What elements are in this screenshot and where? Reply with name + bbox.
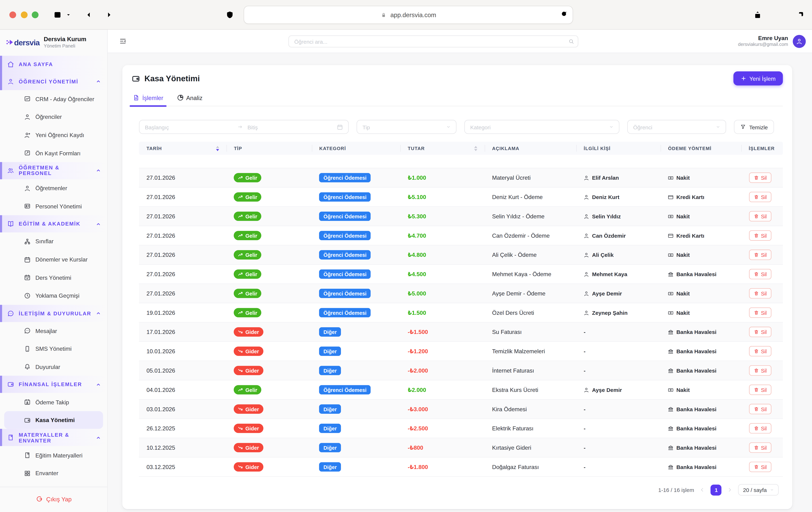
close-window-button[interactable] <box>9 11 16 18</box>
column-tarih[interactable]: TARİH <box>139 142 227 155</box>
type-badge: Gelir <box>234 212 261 221</box>
delete-button[interactable]: Sil <box>749 172 772 183</box>
sidebar-item-d-nemler-ve-kurslar[interactable]: Dönemler ve Kurslar <box>0 250 108 269</box>
delete-button[interactable]: Sil <box>749 269 772 279</box>
browser-chrome: app.dersvia.com <box>0 0 812 30</box>
cell-description: Materyal Ücreti <box>485 174 576 181</box>
delete-button[interactable]: Sil <box>749 346 772 356</box>
type-badge: Gelir <box>234 250 261 260</box>
student-select[interactable]: Öğrenci <box>628 120 726 134</box>
logout-button[interactable]: Çıkış Yap <box>33 495 75 503</box>
cell-amount: ₺5.100 <box>401 194 485 200</box>
delete-button[interactable]: Sil <box>749 384 772 395</box>
tabs: İşlemler Analiz <box>132 94 783 106</box>
browser-window: app.dersvia.com dersvia Dersvia Kurum Yö… <box>0 0 812 512</box>
calendar-icon <box>337 124 343 130</box>
delete-button[interactable]: Sil <box>749 423 772 434</box>
user-menu[interactable]: Emre Uyan dersviakurs@gmail.com <box>738 35 812 48</box>
cell-date: 17.01.2026 <box>139 329 227 335</box>
sidebar-item-personel-y-netimi[interactable]: Personel Yönetimi <box>0 197 108 215</box>
sidebar-item-mesajlar[interactable]: Mesajlar <box>0 322 108 340</box>
chevron-down-icon <box>609 125 614 129</box>
delete-button[interactable]: Sil <box>749 211 772 222</box>
sidebar-item-e-itim-materyalleri[interactable]: Eğitim Materyalleri <box>0 446 108 464</box>
cell-payment-method: Banka Havalesi <box>661 425 742 431</box>
sidebar-section-materyaller-envanter[interactable]: MATERYALLER & ENVANTER <box>0 429 108 446</box>
cell-payment-method: Banka Havalesi <box>661 271 742 277</box>
forward-button[interactable] <box>105 11 113 19</box>
next-page-icon[interactable] <box>727 487 733 492</box>
sidebar: dersvia Dersvia Kurum Yönetim Paneli ANA… <box>0 30 108 512</box>
page-number-active[interactable]: 1 <box>711 484 722 495</box>
minimize-window-button[interactable] <box>21 11 27 18</box>
sidebar-section-e-i-ti-m-akademi-k[interactable]: EĞİTİM & AKADEMİK <box>0 215 108 233</box>
sidebar-section-retmen-personel[interactable]: ÖĞRETMEN & PERSONEL <box>0 162 108 179</box>
cell-payment-method: Banka Havalesi <box>661 444 742 451</box>
sidebar-item-kasa-y-netimi[interactable]: Kasa Yönetimi <box>4 411 103 429</box>
chevron-down-icon[interactable] <box>66 12 71 18</box>
sidebar-item-sms-y-netimi[interactable]: SMS Yönetimi <box>0 340 108 358</box>
clear-filters-button[interactable]: Temizle <box>734 120 774 134</box>
delete-button[interactable]: Sil <box>749 250 772 260</box>
zoom-window-button[interactable] <box>32 11 38 18</box>
sidebar-toggle-button[interactable] <box>53 10 62 19</box>
sidebar-item-n-kay-t-formlar[interactable]: Ön Kayıt Formları <box>0 144 108 162</box>
new-transaction-button[interactable]: Yeni İşlem <box>733 71 783 85</box>
sidebar-item-envanter[interactable]: Envanter <box>0 464 108 482</box>
chart-icon <box>24 96 31 102</box>
cell-date: 27.01.2026 <box>139 213 227 219</box>
pagination-total: 1-16 / 16 işlem <box>658 487 694 493</box>
sidebar-section-ana-sayfa[interactable]: ANA SAYFA <box>0 55 108 73</box>
sidebar-item-renciler[interactable]: Öğrenciler <box>0 108 108 126</box>
privacy-shield-icon[interactable] <box>225 10 234 19</box>
sidebar-section-fi-nansal-i-lemler[interactable]: FİNANSAL İŞLEMLER <box>0 376 108 393</box>
delete-button[interactable]: Sil <box>749 366 772 376</box>
avatar[interactable] <box>793 35 806 48</box>
tab-islemler[interactable]: İşlemler <box>133 94 163 106</box>
address-bar[interactable]: app.dersvia.com <box>243 6 573 24</box>
prev-page-icon[interactable] <box>700 487 705 492</box>
delete-button[interactable]: Sil <box>749 404 772 414</box>
sidebar-section-i-leti-i-m-duyurular[interactable]: İLETİŞİM & DUYURULAR <box>0 304 108 322</box>
column-islemler: İŞLEMLER <box>742 142 783 155</box>
sidebar-item-duyurular[interactable]: Duyurular <box>0 358 108 376</box>
menu-fold-icon[interactable] <box>119 37 127 45</box>
sidebar-item-deme-takip[interactable]: Ödeme Takip <box>0 393 108 411</box>
share-button[interactable] <box>753 10 762 19</box>
column-tutar[interactable]: TUTAR <box>401 142 485 155</box>
page-size-select[interactable]: 20 / sayfa <box>738 484 779 495</box>
date-range-picker[interactable]: Başlangıç Bitiş <box>139 120 349 134</box>
user-icon <box>796 38 803 45</box>
sidebar-item-ders-y-netimi[interactable]: Ders Yönetimi <box>0 269 108 287</box>
category-select[interactable]: Kategori <box>465 120 620 134</box>
back-button[interactable] <box>85 11 92 19</box>
delete-button[interactable]: Sil <box>749 462 772 472</box>
tab-overview-button[interactable] <box>796 10 805 19</box>
delete-button[interactable]: Sil <box>749 230 772 241</box>
delete-button[interactable]: Sil <box>749 192 772 202</box>
sidebar-item-s-n-flar[interactable]: Sınıflar <box>0 233 108 250</box>
sidebar-item-retmenler[interactable]: Öğretmenler <box>0 179 108 197</box>
cell-date: 05.01.2026 <box>139 367 227 374</box>
sidebar-section-renci-y-neti-mi[interactable]: ÖĞRENCİ YÖNETİMİ <box>0 73 108 90</box>
sidebar-item-yoklama-ge-mi-i[interactable]: Yoklama Geçmişi <box>0 287 108 305</box>
sidebar-item-yeni-renci-kayd[interactable]: Yeni Öğrenci Kaydı <box>0 126 108 144</box>
cell-amount: ₺4.800 <box>401 251 485 258</box>
reload-button[interactable] <box>560 10 568 17</box>
cell-description: Deniz Kurt - Ödeme <box>485 194 576 200</box>
delete-button[interactable]: Sil <box>749 327 772 337</box>
delete-button[interactable]: Sil <box>749 288 772 299</box>
cell-amount: ₺5.000 <box>401 290 485 297</box>
cell-description: Özel Ders Ücreti <box>485 309 576 316</box>
delete-button[interactable]: Sil <box>749 307 772 318</box>
tab-analiz[interactable]: Analiz <box>177 94 202 106</box>
new-tab-button[interactable] <box>775 11 783 19</box>
cell-payment-method: Banka Havalesi <box>661 348 742 354</box>
sort-control[interactable] <box>474 145 477 151</box>
sort-control[interactable] <box>216 145 220 151</box>
sidebar-item-crm-aday-renciler[interactable]: CRM - Aday Öğrenciler <box>0 90 108 108</box>
search-input[interactable] <box>289 35 579 47</box>
type-select[interactable]: Tip <box>357 120 457 134</box>
cell-payment-method: Banka Havalesi <box>661 464 742 470</box>
delete-button[interactable]: Sil <box>749 442 772 453</box>
